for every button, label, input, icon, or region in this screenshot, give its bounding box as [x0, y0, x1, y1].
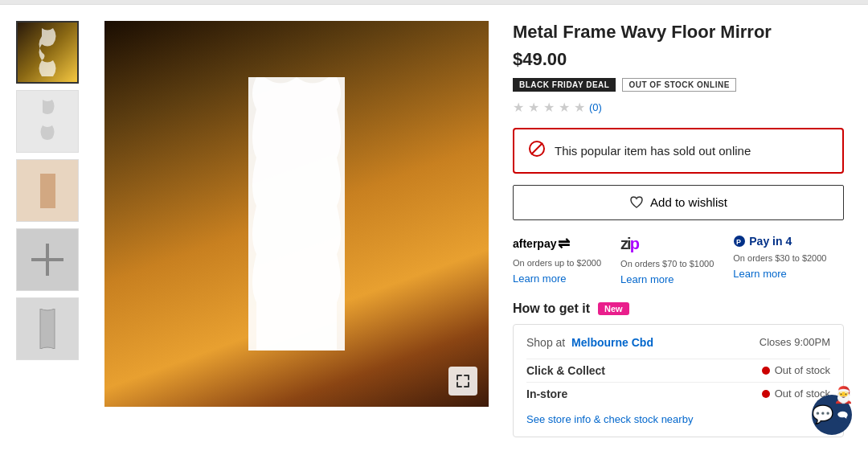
- star-4: ★: [559, 100, 570, 115]
- instore-label: In-store: [526, 387, 567, 400]
- closing-time: Closes 9:00PM: [760, 336, 830, 348]
- zip-desc: On orders $70 to $1000: [620, 258, 714, 270]
- payin4-learn-more[interactable]: Learn more: [733, 268, 826, 280]
- zip-logo: zip: [620, 235, 714, 253]
- product-price: $49.00: [513, 49, 844, 70]
- how-to-get-section: How to get it New Shop at Melbourne Cbd …: [513, 301, 844, 437]
- product-mirror-shape: [248, 77, 345, 351]
- badge-container: BLACK FRIDAY DEAL Out of Stock Online: [513, 78, 844, 92]
- afterpay-desc: On orders up to $2000: [513, 257, 601, 269]
- add-to-wishlist-button[interactable]: Add to wishlist: [513, 185, 844, 220]
- product-title: Metal Frame Wavy Floor Mirror: [513, 21, 844, 44]
- click-collect-row: Click & Collect Out of stock: [526, 359, 830, 382]
- content-area: Metal Frame Wavy Floor Mirror $49.00 BLA…: [0, 5, 868, 451]
- click-collect-dot: [762, 367, 770, 375]
- star-3: ★: [543, 100, 555, 115]
- afterpay-text: afterpay: [513, 237, 556, 250]
- payin4-text: Pay in 4: [749, 235, 792, 248]
- thumbnail-1[interactable]: [16, 21, 79, 84]
- how-to-get-title: How to get it: [513, 301, 590, 316]
- svg-text:P: P: [736, 238, 741, 246]
- instore-row: In-store Out of stock: [526, 382, 830, 405]
- chat-bubble-button[interactable]: 🎅: [812, 395, 852, 435]
- store-name-link[interactable]: Melbourne Cbd: [571, 336, 653, 349]
- svg-rect-1: [46, 244, 49, 276]
- zip-option: zip On orders $70 to $1000 Learn more: [620, 235, 714, 285]
- shop-at-text: Shop at Melbourne Cbd: [526, 336, 653, 349]
- click-collect-status-text: Out of stock: [775, 364, 830, 376]
- afterpay-option: afterpay⇌ On orders up to $2000 Learn mo…: [513, 235, 601, 285]
- payin4-logo: P Pay in 4: [733, 235, 826, 248]
- star-rating: ★ ★ ★ ★ ★ (0): [513, 100, 844, 115]
- main-product-image: [104, 21, 489, 407]
- star-5: ★: [574, 100, 585, 115]
- badge-black-friday: BLACK FRIDAY DEAL: [513, 78, 616, 92]
- store-info-box: Shop at Melbourne Cbd Closes 9:00PM Clic…: [513, 324, 844, 437]
- page-wrapper: Metal Frame Wavy Floor Mirror $49.00 BLA…: [0, 0, 868, 451]
- star-2: ★: [528, 100, 539, 115]
- zip-text: zip: [620, 235, 638, 253]
- zip-dot: p: [630, 235, 638, 252]
- soldout-alert: This popular item has sold out online: [513, 128, 844, 174]
- expand-button[interactable]: [448, 367, 477, 396]
- svg-line-3: [531, 143, 542, 154]
- afterpay-arrow: ⇌: [558, 235, 570, 252]
- shop-at-label: Shop at: [526, 336, 565, 349]
- soldout-message: This popular item has sold out online: [555, 144, 751, 158]
- click-collect-status: Out of stock: [762, 364, 830, 376]
- paypal-icon: P: [733, 235, 746, 248]
- payin4-option: P Pay in 4 On orders $30 to $2000 Learn …: [733, 235, 826, 285]
- thumbnail-2[interactable]: [16, 90, 79, 153]
- heart-icon: [629, 195, 644, 210]
- badge-out-of-stock: Out of Stock Online: [622, 78, 735, 92]
- instore-dot: [762, 390, 770, 398]
- review-count-link[interactable]: (0): [589, 101, 602, 113]
- store-header: Shop at Melbourne Cbd Closes 9:00PM: [526, 336, 830, 349]
- zip-learn-more[interactable]: Learn more: [620, 273, 714, 285]
- thumbnail-3[interactable]: [16, 159, 79, 222]
- product-info-panel: Metal Frame Wavy Floor Mirror $49.00 BLA…: [505, 21, 852, 437]
- how-to-get-header: How to get it New: [513, 301, 844, 316]
- afterpay-logo: afterpay⇌: [513, 235, 601, 252]
- thumbnail-list: [16, 21, 88, 437]
- thumbnail-4[interactable]: [16, 228, 79, 291]
- afterpay-learn-more[interactable]: Learn more: [513, 273, 601, 285]
- click-collect-label: Click & Collect: [526, 364, 605, 377]
- star-1: ★: [513, 100, 524, 115]
- new-badge: New: [598, 302, 629, 315]
- check-stock-nearby-link[interactable]: See store info & check stock nearby: [526, 413, 830, 425]
- soldout-icon: [529, 141, 545, 161]
- chat-icon: [833, 405, 852, 424]
- santa-hat-decoration: 🎅: [833, 385, 854, 404]
- payin4-desc: On orders $30 to $2000: [733, 252, 826, 264]
- wishlist-label: Add to wishlist: [650, 195, 727, 209]
- payment-options: afterpay⇌ On orders up to $2000 Learn mo…: [513, 235, 844, 285]
- thumbnail-5[interactable]: [16, 297, 79, 360]
